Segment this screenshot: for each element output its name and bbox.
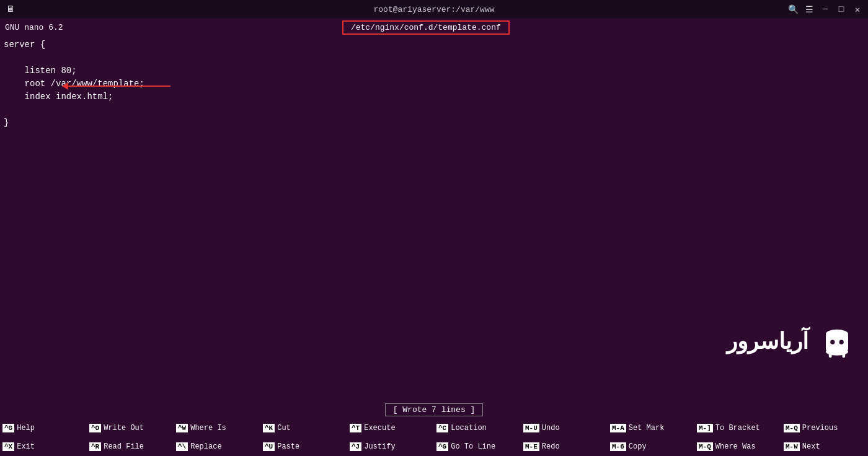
svg-point-6 [839, 340, 844, 344]
shortcut-row-2: ^X Exit ^R Read File ^\ Replace ^U Paste… [0, 437, 868, 456]
status-bar: [ Wrote 7 lines ] [0, 400, 868, 419]
logo-text: آریاسرور [727, 328, 808, 354]
svg-rect-4 [842, 352, 845, 358]
maximize-button[interactable]: □ [836, 4, 847, 15]
shortcut-to-bracket: M-] To Bracket [694, 424, 781, 432]
shortcut-replace: ^\ Replace [174, 442, 260, 451]
arrow-head [62, 82, 68, 90]
shortcut-row-1: ^G Help ^O Write Out ^W Where Is ^K Cut … [0, 419, 868, 437]
shortcut-set-mark: M-A Set Mark [608, 424, 694, 432]
shortcut-paste: ^U Paste [260, 442, 347, 451]
editor-content: server { listen 80; root /var/www/templa… [0, 38, 868, 129]
window-title: root@ariyaserver:/var/www [373, 5, 494, 14]
title-bar: 🖥 root@ariyaserver:/var/www 🔍 ☰ ─ □ ✕ [0, 0, 868, 19]
shortcut-exit: ^X Exit [0, 442, 87, 451]
shortcut-copy: M-6 Copy [608, 442, 694, 451]
shortcut-location: ^C Location [434, 424, 521, 432]
logo-icon [818, 323, 856, 360]
shortcut-cut: ^K Cut [260, 424, 347, 432]
shortcut-undo: M-U Undo [521, 424, 608, 432]
minimize-button[interactable]: ─ [820, 4, 831, 15]
search-button[interactable]: 🔍 [787, 4, 799, 15]
close-button[interactable]: ✕ [852, 4, 863, 15]
status-message: [ Wrote 7 lines ] [385, 403, 484, 416]
shortcut-write-out: ^O Write Out [87, 424, 174, 432]
shortcut-redo: M-E Redo [521, 442, 608, 451]
shortcut-help: ^G Help [0, 424, 87, 432]
editor-area[interactable]: server { listen 80; root /var/www/templa… [0, 36, 868, 400]
shortcut-justify: ^J Justify [347, 442, 434, 451]
shortcut-next: M-W Next [781, 442, 868, 451]
shortcut-previous: M-Q Previous [781, 424, 868, 432]
shortcut-where-was: M-Q Where Was [694, 442, 781, 451]
menu-button[interactable]: ☰ [804, 4, 815, 15]
terminal-icon: 🖥 [5, 4, 16, 15]
shortcut-where-is: ^W Where Is [174, 424, 260, 432]
svg-rect-3 [829, 352, 832, 358]
shortcuts-bar: ^G Help ^O Write Out ^W Where Is ^K Cut … [0, 419, 868, 456]
filename-box: /etc/nginx/conf.d/template.conf [342, 20, 510, 35]
arrow-line [68, 86, 170, 87]
arrow-annotation [68, 86, 170, 87]
shortcut-go-to-line: ^G Go To Line [434, 442, 521, 451]
nano-version: GNU nano 6.2 [5, 23, 63, 32]
logo-area: آریاسرور [727, 323, 856, 360]
shortcut-execute: ^T Execute [347, 424, 434, 432]
nano-header: GNU nano 6.2 /etc/nginx/conf.d/template.… [0, 19, 868, 36]
shortcut-read-file: ^R Read File [87, 442, 174, 451]
svg-point-5 [830, 340, 835, 344]
